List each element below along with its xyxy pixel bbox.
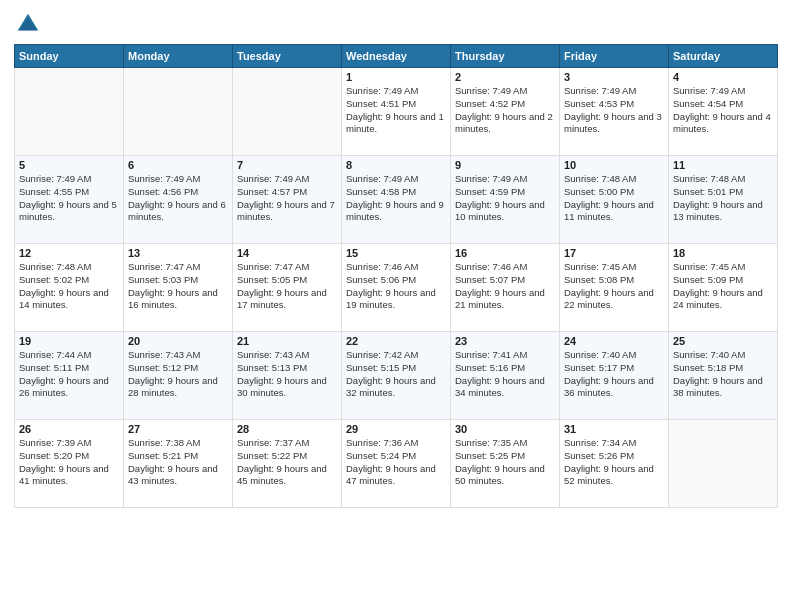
header (14, 10, 778, 38)
calendar-cell: 29 Sunrise: 7:36 AM Sunset: 5:24 PM Dayl… (342, 420, 451, 508)
weekday-header-row: SundayMondayTuesdayWednesdayThursdayFrid… (15, 45, 778, 68)
calendar-cell (669, 420, 778, 508)
sunset: Sunset: 4:51 PM (346, 98, 416, 109)
calendar-cell: 23 Sunrise: 7:41 AM Sunset: 5:16 PM Dayl… (451, 332, 560, 420)
sunset: Sunset: 5:08 PM (564, 274, 634, 285)
sunrise: Sunrise: 7:39 AM (19, 437, 91, 448)
calendar-cell: 28 Sunrise: 7:37 AM Sunset: 5:22 PM Dayl… (233, 420, 342, 508)
day-number: 24 (564, 335, 664, 347)
calendar-cell: 24 Sunrise: 7:40 AM Sunset: 5:17 PM Dayl… (560, 332, 669, 420)
sunrise: Sunrise: 7:46 AM (346, 261, 418, 272)
calendar-cell: 12 Sunrise: 7:48 AM Sunset: 5:02 PM Dayl… (15, 244, 124, 332)
day-info: Sunrise: 7:36 AM Sunset: 5:24 PM Dayligh… (346, 437, 446, 488)
sunrise: Sunrise: 7:49 AM (19, 173, 91, 184)
weekday-header-tuesday: Tuesday (233, 45, 342, 68)
sunrise: Sunrise: 7:49 AM (673, 85, 745, 96)
sunset: Sunset: 5:06 PM (346, 274, 416, 285)
sunset: Sunset: 5:21 PM (128, 450, 198, 461)
day-info: Sunrise: 7:49 AM Sunset: 4:54 PM Dayligh… (673, 85, 773, 136)
day-info: Sunrise: 7:49 AM Sunset: 4:57 PM Dayligh… (237, 173, 337, 224)
calendar-cell: 13 Sunrise: 7:47 AM Sunset: 5:03 PM Dayl… (124, 244, 233, 332)
day-info: Sunrise: 7:49 AM Sunset: 4:53 PM Dayligh… (564, 85, 664, 136)
day-info: Sunrise: 7:49 AM Sunset: 4:56 PM Dayligh… (128, 173, 228, 224)
day-info: Sunrise: 7:41 AM Sunset: 5:16 PM Dayligh… (455, 349, 555, 400)
sunrise: Sunrise: 7:42 AM (346, 349, 418, 360)
sunset: Sunset: 5:01 PM (673, 186, 743, 197)
sunset: Sunset: 5:11 PM (19, 362, 89, 373)
sunset: Sunset: 4:57 PM (237, 186, 307, 197)
sunrise: Sunrise: 7:41 AM (455, 349, 527, 360)
sunrise: Sunrise: 7:38 AM (128, 437, 200, 448)
daylight: Daylight: 9 hours and 34 minutes. (455, 375, 545, 399)
daylight: Daylight: 9 hours and 7 minutes. (237, 199, 335, 223)
day-number: 31 (564, 423, 664, 435)
day-number: 27 (128, 423, 228, 435)
sunrise: Sunrise: 7:45 AM (564, 261, 636, 272)
calendar-cell: 21 Sunrise: 7:43 AM Sunset: 5:13 PM Dayl… (233, 332, 342, 420)
sunrise: Sunrise: 7:34 AM (564, 437, 636, 448)
sunset: Sunset: 5:18 PM (673, 362, 743, 373)
calendar-cell: 16 Sunrise: 7:46 AM Sunset: 5:07 PM Dayl… (451, 244, 560, 332)
sunrise: Sunrise: 7:47 AM (237, 261, 309, 272)
calendar-cell: 31 Sunrise: 7:34 AM Sunset: 5:26 PM Dayl… (560, 420, 669, 508)
daylight: Daylight: 9 hours and 14 minutes. (19, 287, 109, 311)
day-info: Sunrise: 7:45 AM Sunset: 5:08 PM Dayligh… (564, 261, 664, 312)
daylight: Daylight: 9 hours and 43 minutes. (128, 463, 218, 487)
daylight: Daylight: 9 hours and 1 minute. (346, 111, 444, 135)
day-number: 7 (237, 159, 337, 171)
day-number: 13 (128, 247, 228, 259)
daylight: Daylight: 9 hours and 41 minutes. (19, 463, 109, 487)
daylight: Daylight: 9 hours and 2 minutes. (455, 111, 553, 135)
calendar-week-row: 1 Sunrise: 7:49 AM Sunset: 4:51 PM Dayli… (15, 68, 778, 156)
sunset: Sunset: 5:00 PM (564, 186, 634, 197)
day-info: Sunrise: 7:38 AM Sunset: 5:21 PM Dayligh… (128, 437, 228, 488)
day-number: 29 (346, 423, 446, 435)
weekday-header-thursday: Thursday (451, 45, 560, 68)
day-info: Sunrise: 7:48 AM Sunset: 5:00 PM Dayligh… (564, 173, 664, 224)
day-info: Sunrise: 7:49 AM Sunset: 4:51 PM Dayligh… (346, 85, 446, 136)
sunrise: Sunrise: 7:37 AM (237, 437, 309, 448)
sunset: Sunset: 4:54 PM (673, 98, 743, 109)
sunrise: Sunrise: 7:49 AM (128, 173, 200, 184)
day-info: Sunrise: 7:49 AM Sunset: 4:52 PM Dayligh… (455, 85, 555, 136)
logo (14, 10, 46, 38)
sunset: Sunset: 5:17 PM (564, 362, 634, 373)
calendar-week-row: 5 Sunrise: 7:49 AM Sunset: 4:55 PM Dayli… (15, 156, 778, 244)
sunset: Sunset: 4:56 PM (128, 186, 198, 197)
day-number: 25 (673, 335, 773, 347)
daylight: Daylight: 9 hours and 17 minutes. (237, 287, 327, 311)
calendar-container: SundayMondayTuesdayWednesdayThursdayFrid… (0, 0, 792, 612)
calendar-cell: 17 Sunrise: 7:45 AM Sunset: 5:08 PM Dayl… (560, 244, 669, 332)
day-info: Sunrise: 7:40 AM Sunset: 5:18 PM Dayligh… (673, 349, 773, 400)
day-number: 14 (237, 247, 337, 259)
sunset: Sunset: 5:09 PM (673, 274, 743, 285)
calendar-cell (15, 68, 124, 156)
day-info: Sunrise: 7:47 AM Sunset: 5:05 PM Dayligh… (237, 261, 337, 312)
day-number: 4 (673, 71, 773, 83)
day-info: Sunrise: 7:46 AM Sunset: 5:06 PM Dayligh… (346, 261, 446, 312)
sunset: Sunset: 5:15 PM (346, 362, 416, 373)
sunrise: Sunrise: 7:49 AM (346, 173, 418, 184)
daylight: Daylight: 9 hours and 45 minutes. (237, 463, 327, 487)
sunset: Sunset: 5:05 PM (237, 274, 307, 285)
calendar-table: SundayMondayTuesdayWednesdayThursdayFrid… (14, 44, 778, 508)
day-number: 3 (564, 71, 664, 83)
day-number: 16 (455, 247, 555, 259)
day-number: 17 (564, 247, 664, 259)
calendar-cell: 19 Sunrise: 7:44 AM Sunset: 5:11 PM Dayl… (15, 332, 124, 420)
day-number: 6 (128, 159, 228, 171)
weekday-header-sunday: Sunday (15, 45, 124, 68)
sunrise: Sunrise: 7:48 AM (19, 261, 91, 272)
calendar-cell: 8 Sunrise: 7:49 AM Sunset: 4:58 PM Dayli… (342, 156, 451, 244)
calendar-week-row: 19 Sunrise: 7:44 AM Sunset: 5:11 PM Dayl… (15, 332, 778, 420)
day-info: Sunrise: 7:46 AM Sunset: 5:07 PM Dayligh… (455, 261, 555, 312)
calendar-cell: 4 Sunrise: 7:49 AM Sunset: 4:54 PM Dayli… (669, 68, 778, 156)
daylight: Daylight: 9 hours and 11 minutes. (564, 199, 654, 223)
day-number: 22 (346, 335, 446, 347)
calendar-cell (124, 68, 233, 156)
calendar-cell: 18 Sunrise: 7:45 AM Sunset: 5:09 PM Dayl… (669, 244, 778, 332)
sunset: Sunset: 5:02 PM (19, 274, 89, 285)
daylight: Daylight: 9 hours and 26 minutes. (19, 375, 109, 399)
weekday-header-wednesday: Wednesday (342, 45, 451, 68)
daylight: Daylight: 9 hours and 24 minutes. (673, 287, 763, 311)
